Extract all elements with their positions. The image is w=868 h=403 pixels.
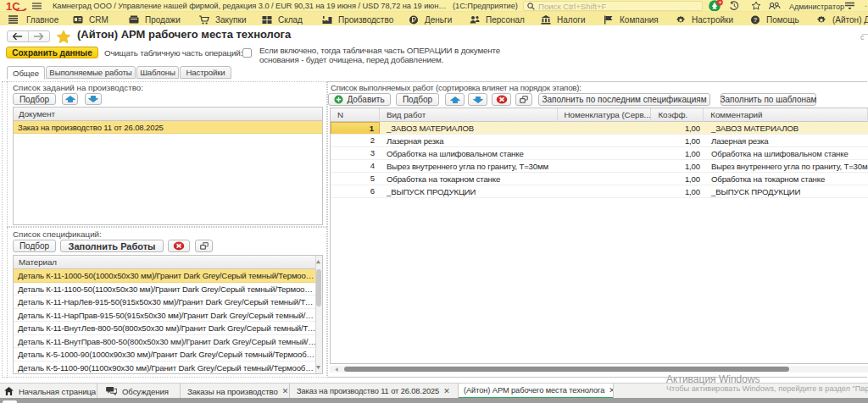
svg-text:?: ? bbox=[754, 16, 758, 24]
